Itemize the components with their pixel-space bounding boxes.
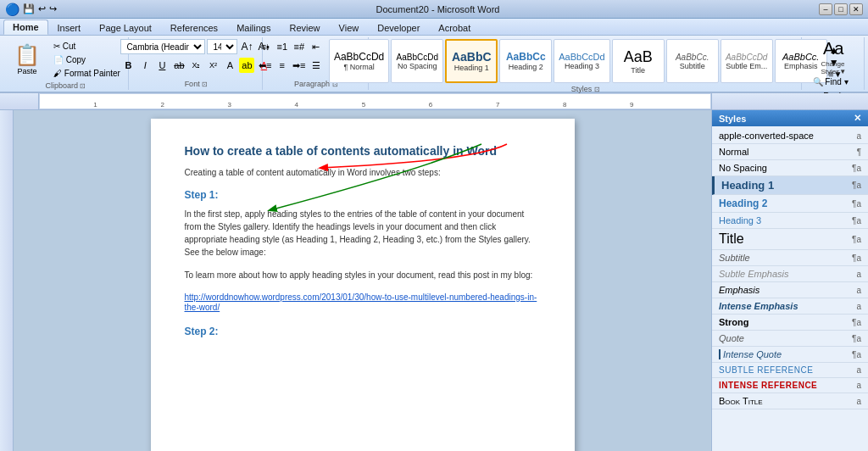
style-label-emphasis: Emphasis: [719, 285, 853, 295]
tab-view[interactable]: View: [330, 20, 369, 35]
style-h3-label: Heading 3: [565, 62, 599, 70]
style-normal[interactable]: AaBbCcDd ¶ Normal: [329, 39, 389, 83]
tab-review[interactable]: Review: [280, 20, 329, 35]
style-h2-label: Heading 2: [509, 63, 543, 71]
word-icon: 🔵: [5, 3, 19, 16]
style-row-title[interactable]: Title ¶a: [712, 229, 868, 250]
numbering-button[interactable]: ≡1: [275, 39, 290, 54]
align-center-button[interactable]: ≡: [275, 58, 290, 73]
format-painter-button[interactable]: 🖌 Format Painter: [49, 67, 125, 80]
style-row-intense-emphasis[interactable]: Intense Emphasis a: [712, 298, 868, 315]
minimize-button[interactable]: –: [819, 3, 832, 15]
bold-button[interactable]: B: [120, 58, 136, 73]
underline-button[interactable]: U: [154, 58, 170, 73]
clipboard-label: Clipboard ⊡: [45, 81, 86, 90]
style-icon-intense-quote: ¶a: [852, 350, 861, 359]
style-nospacing-preview: AaBbCcDd: [397, 53, 438, 62]
italic-button[interactable]: I: [137, 58, 153, 73]
tab-acrobat[interactable]: Acrobat: [429, 20, 480, 35]
style-row-heading1[interactable]: Heading 1 ¶a: [712, 176, 868, 195]
style-label-intense-reference: Intense Reference: [719, 381, 853, 390]
superscript-button[interactable]: X²: [205, 58, 220, 73]
style-row-normal[interactable]: Normal ¶: [712, 144, 868, 160]
style-heading3[interactable]: AaBbCcDd Heading 3: [554, 39, 609, 83]
style-label-book-title: Book Title: [719, 396, 853, 406]
close-button[interactable]: ✕: [849, 3, 863, 15]
style-subtle-em[interactable]: AaBbCcDd Subtle Em...: [721, 39, 773, 83]
style-nospacing-label: No Spacing: [398, 62, 437, 70]
tab-insert[interactable]: Insert: [48, 20, 91, 35]
font-size-select[interactable]: 14: [207, 39, 237, 54]
style-icon-subtle-reference: a: [856, 365, 861, 375]
bullets-button[interactable]: ≡•: [258, 39, 273, 54]
quick-access-undo[interactable]: ↩: [38, 3, 46, 14]
title-bar-left: 🔵 💾 ↩ ↪: [5, 3, 57, 16]
change-styles-btn[interactable]: Aa ChangeStyles▼: [821, 39, 846, 75]
horizontal-ruler: 1 2 3 4 5 6 7 8 9: [0, 93, 868, 110]
style-row-heading2[interactable]: Heading 2 ¶a: [712, 195, 868, 213]
multilevel-button[interactable]: ≡#: [292, 39, 307, 54]
styles-panel-close[interactable]: ✕: [854, 113, 861, 124]
style-icon-intense-reference: a: [856, 381, 861, 390]
grow-font-button[interactable]: A↑: [239, 39, 254, 54]
align-right-button[interactable]: ➡≡: [292, 58, 307, 73]
justify-button[interactable]: ☰: [309, 58, 324, 73]
style-row-quote[interactable]: Quote ¶a: [712, 331, 868, 347]
text-effect-button[interactable]: A: [222, 58, 237, 73]
doc-step1-note: To learn more about how to apply heading…: [185, 269, 541, 281]
quick-access-save[interactable]: 💾: [23, 3, 35, 14]
style-label-quote: Quote: [719, 333, 849, 343]
style-title[interactable]: AaB Title: [612, 39, 665, 83]
style-row-subtitle[interactable]: Subtitle ¶a: [712, 250, 868, 266]
tab-home[interactable]: Home: [3, 19, 48, 35]
style-nospacing[interactable]: AaBbCcDd No Spacing: [391, 39, 443, 83]
doc-link[interactable]: http://worddnowhow.wordpress.com/2013/01…: [185, 292, 541, 312]
style-row-intense-reference[interactable]: Intense Reference a: [712, 378, 868, 393]
styles-panel: Styles ✕ apple-converted-space a Normal …: [711, 110, 868, 451]
paste-button[interactable]: 📋 Paste: [7, 39, 47, 80]
tab-mailings[interactable]: Mailings: [227, 20, 280, 35]
tab-developer[interactable]: Developer: [368, 20, 429, 35]
style-icon-strong: ¶a: [852, 318, 861, 327]
style-subtitle[interactable]: AaBbCc. Subtitle: [666, 39, 719, 83]
style-icon-heading3: ¶a: [852, 216, 861, 226]
style-row-heading3[interactable]: Heading 3 ¶a: [712, 213, 868, 229]
font-group: Cambria (Headings) 14 A↑ A↓ B I U ab X₂ …: [131, 37, 263, 90]
style-row-intense-quote[interactable]: Intense Quote ¶a: [712, 347, 868, 363]
style-label-intense-quote: Intense Quote: [719, 349, 849, 359]
find-button[interactable]: 🔍 Find ▾: [807, 75, 860, 88]
decrease-indent-button[interactable]: ⇤: [309, 39, 324, 54]
ribbon-tabs: Home Insert Page Layout References Maili…: [0, 19, 868, 36]
style-heading1[interactable]: AaBbC Heading 1: [445, 39, 498, 83]
styles-panel-header: Styles ✕: [712, 110, 868, 126]
tab-page-layout[interactable]: Page Layout: [90, 20, 161, 35]
align-left-button[interactable]: ⬅≡: [258, 58, 273, 73]
highlight-button[interactable]: ab: [239, 58, 254, 73]
style-row-emphasis[interactable]: Emphasis a: [712, 282, 868, 298]
style-label-intense-emphasis: Intense Emphasis: [719, 301, 853, 311]
style-h2-preview: AaBbCc: [506, 51, 546, 63]
style-h1-preview: AaBbC: [452, 50, 492, 64]
style-icon-title: ¶a: [852, 235, 861, 244]
subscript-button[interactable]: X₂: [188, 58, 203, 73]
copy-button[interactable]: 📄 Copy: [49, 53, 125, 66]
tab-references[interactable]: References: [161, 20, 227, 35]
strikethrough-button[interactable]: ab: [171, 58, 186, 73]
cut-button[interactable]: ✂ Cut: [49, 40, 125, 53]
maximize-button[interactable]: □: [834, 3, 848, 15]
styles-panel-list: apple-converted-space a Normal ¶ No Spac…: [712, 126, 868, 451]
style-h3-preview: AaBbCcDd: [559, 52, 604, 62]
style-row-no-spacing[interactable]: No Spacing ¶a: [712, 160, 868, 176]
style-icon-quote: ¶a: [852, 334, 861, 343]
quick-access-redo[interactable]: ↪: [49, 3, 57, 14]
style-row-book-title[interactable]: Book Title a: [712, 393, 868, 409]
style-row-subtle-reference[interactable]: Subtle Reference a: [712, 363, 868, 378]
style-row-strong[interactable]: Strong ¶a: [712, 315, 868, 331]
style-row-apple-converted-space[interactable]: apple-converted-space a: [712, 128, 868, 144]
change-styles-icon: Aa: [823, 39, 843, 58]
font-name-select[interactable]: Cambria (Headings): [120, 39, 205, 54]
style-heading2[interactable]: AaBbCc Heading 2: [499, 39, 552, 83]
font-group-label: Font ⊡: [185, 80, 209, 88]
change-styles-label: ChangeStyles▼: [821, 60, 846, 75]
style-row-subtle-emphasis[interactable]: Subtle Emphasis a: [712, 266, 868, 282]
